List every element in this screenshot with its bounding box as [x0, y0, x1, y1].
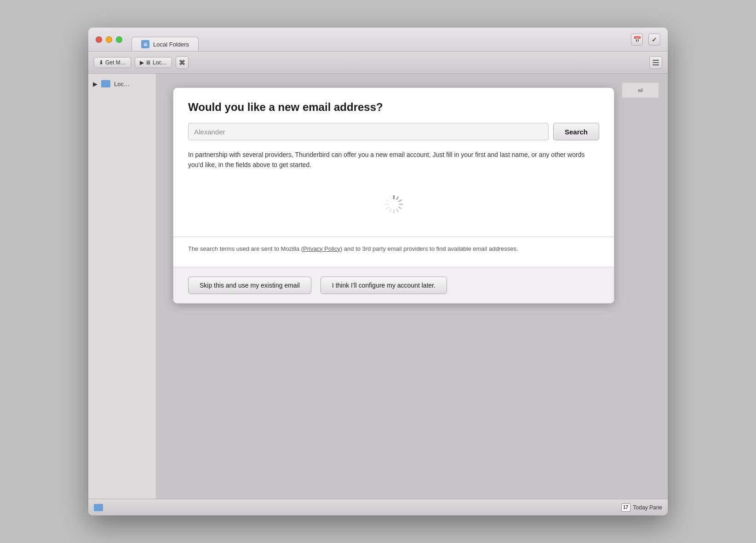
toolbar: ⬇ Get M… ▶ 🖥 Loc… ⌘: [88, 52, 668, 74]
close-button[interactable]: [96, 36, 102, 43]
tab-folder-icon: 🖥: [141, 40, 149, 48]
status-right: 17 Today Pane: [621, 503, 662, 512]
loading-spinner-area: [188, 181, 599, 227]
search-row: Search: [188, 123, 599, 140]
local-folders-label: Loc…: [153, 59, 167, 66]
configure-later-button[interactable]: I think I'll configure my account later.: [321, 277, 447, 294]
main-content: ▶ Loc… Would you like a new email addres…: [88, 74, 668, 499]
sidebar-item-local-folders[interactable]: ▶ Loc…: [88, 77, 156, 90]
traffic-lights: [96, 36, 122, 43]
calendar-number: 17: [623, 505, 628, 510]
tasks-toolbar-icon[interactable]: ✓: [648, 34, 660, 46]
cmd-icon: ⌘: [179, 59, 185, 66]
content-area: Would you like a new email address? Sear…: [156, 74, 668, 499]
hamburger-line-3: [653, 64, 659, 65]
tab-area: 🖥 Local Folders: [132, 28, 199, 51]
local-folders-button[interactable]: ▶ 🖥 Loc…: [135, 57, 172, 68]
privacy-policy-link[interactable]: Privacy Policy: [303, 245, 340, 252]
tab-label: Local Folders: [153, 41, 189, 48]
minimize-button[interactable]: [106, 36, 112, 43]
get-messages-label: Get M…: [105, 59, 126, 66]
maximize-button[interactable]: [116, 36, 122, 43]
privacy-text-before: The search terms used are sent to Mozill…: [188, 245, 303, 252]
privacy-text: The search terms used are sent to Mozill…: [188, 237, 599, 258]
title-bar-controls: 📅 ✓: [631, 34, 660, 46]
calendar-toolbar-icon[interactable]: 📅: [631, 34, 643, 46]
title-bar: 🖥 Local Folders 📅 ✓: [88, 28, 668, 52]
menu-button[interactable]: [649, 56, 662, 69]
loading-spinner: [384, 195, 403, 214]
search-button[interactable]: Search: [553, 123, 599, 140]
cmd-button[interactable]: ⌘: [176, 56, 189, 69]
hamburger-line-2: [653, 62, 659, 63]
status-bar: 17 Today Pane: [88, 499, 668, 515]
description-text: In partnership with several providers, T…: [188, 150, 599, 170]
get-messages-button[interactable]: ⬇ Get M…: [94, 57, 131, 68]
name-search-input[interactable]: [188, 123, 549, 140]
dialog-footer: Skip this and use my existing email I th…: [173, 267, 614, 303]
main-window: 🖥 Local Folders 📅 ✓ ⬇ Get M… ▶ 🖥 Loc… ⌘: [88, 28, 668, 515]
skip-button[interactable]: Skip this and use my existing email: [188, 277, 311, 294]
dialog-title: Would you like a new email address?: [188, 101, 599, 114]
dialog-body: Would you like a new email address? Sear…: [173, 88, 614, 267]
status-folder-icon: [94, 504, 103, 511]
sidebar-folder-label: Loc…: [114, 81, 130, 87]
new-email-dialog: Would you like a new email address? Sear…: [173, 87, 614, 304]
today-pane-label: Today Pane: [633, 504, 662, 511]
privacy-text-after: ) and to 3rd party email providers to fi…: [340, 245, 518, 252]
sidebar: ▶ Loc…: [88, 74, 156, 499]
sidebar-arrow-icon: ▶: [93, 81, 97, 87]
status-calendar-icon[interactable]: 17: [621, 503, 630, 512]
sidebar-folder-icon: [101, 80, 110, 87]
folder-nav-icon: ▶ 🖥: [140, 59, 151, 66]
right-panel: ail: [622, 83, 659, 98]
download-icon: ⬇: [99, 59, 103, 66]
local-folders-tab[interactable]: 🖥 Local Folders: [132, 37, 199, 51]
hamburger-line-1: [653, 60, 659, 61]
right-panel-label: ail: [638, 87, 643, 93]
